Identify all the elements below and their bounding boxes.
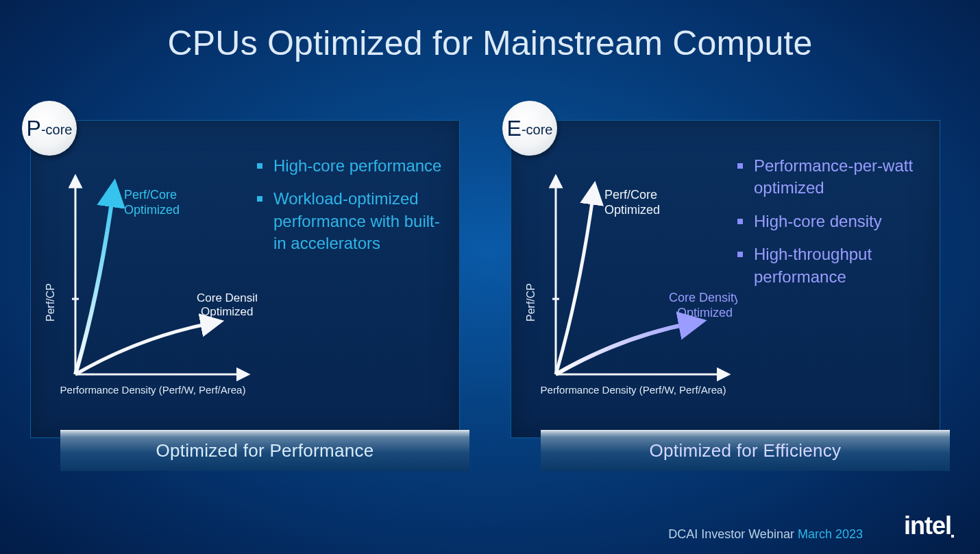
curve-perf-core <box>556 193 593 374</box>
panel-pcore: Perf/CP Performance Density (Perf/W, Per… <box>30 106 469 463</box>
footer: DCAI Investor Webinar March 2023 intel <box>0 511 980 542</box>
curve-a-label-1: Perf/Core <box>124 188 177 202</box>
list-item: Performance-per-watt optimized <box>737 155 933 200</box>
curve-core-density <box>556 323 693 374</box>
curve-a-label-2: Optimized <box>124 203 180 217</box>
curve-perf-core <box>75 193 113 374</box>
panel-ecore: Perf/CP Performance Density (Perf/W, Per… <box>511 106 950 463</box>
ecore-bullets: Performance-per-watt optimized High-core… <box>737 155 933 299</box>
list-item: High-core performance <box>257 155 452 177</box>
y-axis-label: Perf/CP <box>45 283 56 322</box>
badge-text: E-core <box>507 116 553 141</box>
panel-ecore-box: Perf/CP Performance Density (Perf/W, Per… <box>511 120 940 438</box>
pcore-caption: Optimized for Performance <box>60 430 469 471</box>
panels-row: Perf/CP Performance Density (Perf/W, Per… <box>30 106 950 463</box>
curve-core-density <box>75 323 212 374</box>
badge-text: P-core <box>27 116 73 141</box>
ecore-caption: Optimized for Efficiency <box>541 430 950 471</box>
intel-logo: intel <box>904 511 951 542</box>
list-item: Workload-optimized performance with buil… <box>257 188 452 254</box>
pcore-chart: Perf/CP Performance Density (Perf/W, Per… <box>38 169 257 409</box>
curve-b-label-1: Core Density <box>669 291 737 304</box>
y-axis-label: Perf/CP <box>525 283 537 322</box>
panel-pcore-box: Perf/CP Performance Density (Perf/W, Per… <box>30 120 460 438</box>
list-item: High-core density <box>737 210 933 232</box>
page-title: CPUs Optimized for Mainstream Compute <box>0 0 980 63</box>
curve-a-label-2: Optimized <box>604 203 660 217</box>
x-axis-label: Performance Density (Perf/W, Perf/Area) <box>541 384 726 396</box>
curve-b-label-2: Optimized <box>201 305 254 318</box>
footer-text: DCAI Investor Webinar March 2023 <box>668 527 863 542</box>
list-item: High-throughput performance <box>737 243 933 288</box>
curve-a-label-1: Perf/Core <box>604 188 657 202</box>
ecore-badge: E-core <box>502 101 557 156</box>
curve-b-label-1: Core Density <box>197 291 257 304</box>
pcore-bullets: High-core performance Workload-optimized… <box>257 155 452 266</box>
ecore-chart: Perf/CP Performance Density (Perf/W, Per… <box>518 169 737 409</box>
x-axis-label: Performance Density (Perf/W, Perf/Area) <box>60 384 246 396</box>
pcore-badge: P-core <box>22 101 77 156</box>
curve-b-label-2: Optimized <box>677 306 733 320</box>
